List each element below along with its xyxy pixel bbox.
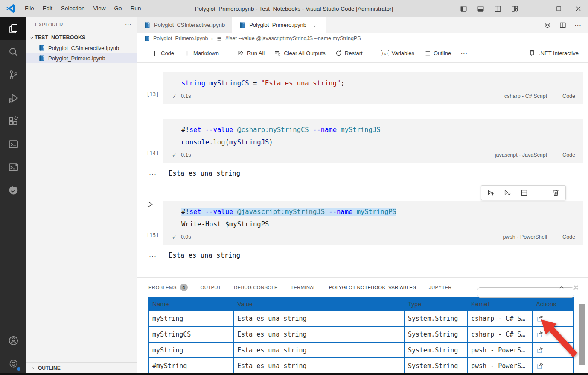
kernel-icon [528,50,536,57]
activity-powershell-button[interactable] [0,155,26,179]
cell-status-bar: ✓0.0spwsh - PowerShellCode [172,231,577,243]
variables-icon: (x) [381,50,389,56]
variable-kernel: pwsh - PowerS… [467,358,532,374]
cell-more-button[interactable]: ⋯ [537,189,543,197]
activity-terminal-button[interactable] [0,132,26,155]
output-more-button[interactable]: ··· [143,170,163,177]
panel-tab-debug-console[interactable]: DEBUG CONSOLE [234,278,278,297]
split-editor-button[interactable] [489,0,506,17]
menu-item-selection[interactable]: Selection [57,3,89,14]
editor-more-button[interactable]: ⋯ [574,21,581,29]
toolbar-run-all-button[interactable]: Run All [233,47,268,59]
cell-split-cell-button[interactable] [520,189,528,197]
toolbar-more-button[interactable]: ⋯ [457,47,471,59]
cell-editor[interactable]: string myStringCS = "Esta es una string"… [163,72,583,104]
variable-row: #myStringEsta es una stringSystem.String… [148,358,573,374]
close-tab-icon[interactable] [313,22,319,28]
panel-tab-output[interactable]: OUTPUT [201,278,221,297]
restart-icon [335,50,342,57]
panel-tab-terminal[interactable]: TERMINAL [291,278,316,297]
files-icon [8,23,19,35]
cell-editor[interactable]: #!set --value @javascript:myStringJS --n… [163,201,583,245]
minimize-button[interactable] [529,0,549,17]
sidebar-section-outline[interactable]: OUTLINE [26,362,137,373]
activity-debug-button[interactable] [0,86,26,109]
panel-bottom-button[interactable] [472,0,489,17]
menu-item-go[interactable]: Go [110,3,126,14]
cell-status-bar: ✓0.1scsharp - C# ScriptCode [172,90,577,103]
sidebar-more-button[interactable]: ⋯ [125,21,131,29]
cell-gutter: [14] [143,119,163,163]
panel-tab-jupyter[interactable]: JUPYTER [429,278,452,297]
cell-language-button[interactable]: csharp - C# Script [504,93,547,99]
maximize-button[interactable] [549,0,568,17]
notebook-file-icon [38,44,45,51]
panel-tab-polyglot-notebook-variables[interactable]: POLYGLOT NOTEBOOK: VARIABLES [329,278,416,297]
activity-search-button[interactable] [0,40,26,63]
activity-settings-button[interactable] [0,352,26,375]
share-to-notebook-button[interactable] [536,314,544,322]
close-win-button[interactable] [568,0,588,17]
panel-scrollbar[interactable] [579,304,585,365]
success-check-icon: ✓ [172,234,177,240]
cell-run-above-button[interactable] [487,189,495,197]
toolbar-clear-all-outputs-button[interactable]: Clear All Outputs [270,47,329,59]
problems-badge: 4 [180,284,188,291]
sidebar-section-test-notebooks[interactable]: TEST_NOTEBOOKS [26,32,137,43]
output-more-button[interactable]: ··· [143,252,163,259]
menu-item-edit[interactable]: Edit [38,3,57,14]
toolbar-markdown-button[interactable]: Markdown [180,47,223,59]
file-item[interactable]: Polyglot_CSInteractive.ipynb [26,43,137,53]
share-to-notebook-button[interactable] [536,362,544,369]
close-panel-icon[interactable] [573,283,579,291]
layout-custom-button[interactable] [506,0,523,17]
cell-kind-button[interactable]: Code [562,93,575,99]
activity-account-button[interactable] [0,329,26,352]
file-item[interactable]: Polyglot_Primero.ipynb [26,53,137,63]
toolbar-variables-button[interactable]: (x)Variables [377,48,418,59]
list-icon [216,35,222,42]
panel-left-button[interactable] [455,0,472,17]
breadcrumb-cell[interactable]: #!set --value @javascript:myStringJS --n… [225,35,361,41]
kernel-picker-button[interactable]: .NET Interactive [525,47,582,59]
notebook-cell: [14]#!set --value @csharp:myStringCS --n… [143,119,583,163]
menu-item-more[interactable]: ⋯ [145,3,160,14]
share-to-notebook-button[interactable] [536,330,544,338]
activity-source-control-button[interactable] [0,63,26,86]
activity-files-button[interactable] [0,17,26,40]
menu-item-file[interactable]: File [20,3,38,14]
terminal-icon [8,138,19,150]
powershell-icon [8,161,19,173]
toolbar-restart-button[interactable]: Restart [331,47,367,59]
chevron-up-icon[interactable] [558,283,565,291]
activity-extensions-button[interactable] [0,109,26,132]
cell-language-button[interactable]: pwsh - PowerShell [503,234,547,240]
toolbar-outline-button[interactable]: Outline [420,47,455,59]
cell-editor[interactable]: #!set --value @csharp:myStringCS --name … [163,119,583,163]
menu-item-run[interactable]: Run [126,3,146,14]
editor-tab[interactable]: Polyglot_CSInteractive.ipynb [137,17,232,33]
toolbar-code-button[interactable]: Code [147,47,178,59]
run-cell-button[interactable] [146,200,154,209]
variable-row: myStringEsta es una stringSystem.Stringc… [148,311,573,326]
gear-icon[interactable] [544,21,551,29]
split-editor-icon[interactable] [559,21,567,29]
share-to-notebook-button[interactable] [536,346,544,354]
editor-tab[interactable]: Polyglot_Primero.ipynb [232,17,326,33]
activity-edge-button[interactable] [0,179,26,202]
menu-item-view[interactable]: View [89,3,110,14]
panel-tab-problems[interactable]: PROBLEMS4 [148,278,188,297]
cell-kind-button[interactable]: Code [562,152,575,158]
cell-trash-button[interactable] [552,189,560,197]
close-x-icon [573,284,579,291]
cell-language-button[interactable]: javascript - JavaScript [495,152,547,158]
cell-kind-button[interactable]: Code [562,234,575,240]
cell-run-below-button[interactable] [504,189,512,197]
cell-duration: 0.0s [181,234,191,240]
variable-name: #myString [148,358,233,374]
chevron-right-icon [30,365,36,371]
breadcrumb-file[interactable]: Polyglot_Primero.ipynb [153,35,208,41]
variable-actions [532,326,573,342]
extensions-icon [8,115,19,127]
variable-kernel: csharp - C# S… [467,311,532,326]
